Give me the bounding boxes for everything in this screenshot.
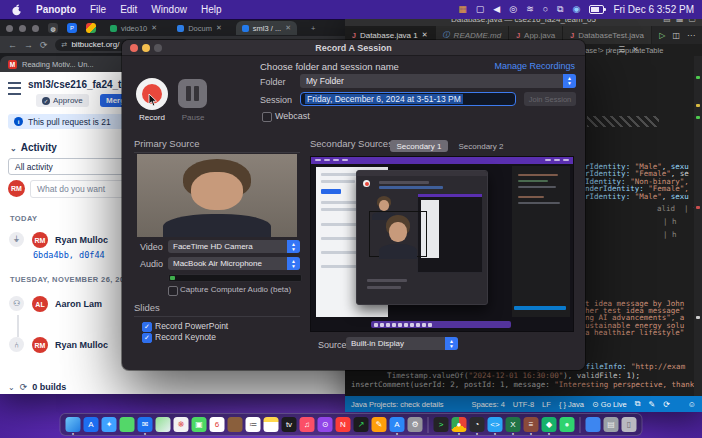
- pinned-tab-panopto-icon[interactable]: P: [67, 23, 77, 33]
- back-icon[interactable]: ←: [8, 40, 17, 50]
- mail[interactable]: ✉ ●: [138, 417, 153, 432]
- tab-video10[interactable]: video10 ✕: [104, 21, 163, 35]
- list-icon[interactable]: ☰: [619, 45, 626, 54]
- more-actions-icon[interactable]: ⋯: [687, 31, 695, 40]
- tab-close-icon[interactable]: ✕: [216, 24, 222, 32]
- menu-file[interactable]: File: [90, 4, 106, 15]
- hamburger-menu-icon[interactable]: [8, 82, 21, 95]
- notes[interactable]: [264, 417, 279, 432]
- session-name-input[interactable]: Friday, December 6, 2024 at 3-51-13 PM: [300, 92, 516, 106]
- video-source-dropdown[interactable]: FaceTime HD Camera ▲▼: [168, 240, 300, 253]
- green-app[interactable]: ●: [560, 417, 575, 432]
- menu-app-name[interactable]: Panopto: [36, 4, 76, 15]
- pencil-app[interactable]: ✎: [372, 417, 387, 432]
- news[interactable]: N: [336, 417, 351, 432]
- safari[interactable]: ✦: [102, 417, 117, 432]
- volume-icon[interactable]: ◀: [493, 5, 500, 14]
- downloads-folder[interactable]: [586, 417, 601, 432]
- messages[interactable]: [120, 417, 135, 432]
- forward-icon[interactable]: →: [24, 40, 33, 50]
- feed-author[interactable]: Ryan Mulloc: [55, 235, 108, 245]
- dialog-close-button[interactable]: [130, 44, 138, 52]
- tab-bitbucket-active[interactable]: sml3 / ... ✕: [236, 21, 297, 35]
- capture-computer-audio-checkbox[interactable]: [168, 286, 178, 296]
- tab-close-icon[interactable]: ✕: [422, 31, 428, 39]
- podcasts[interactable]: ⊙: [318, 417, 333, 432]
- excel[interactable]: X ●: [506, 417, 521, 432]
- folder-dropdown[interactable]: My Folder ▲▼: [300, 74, 576, 88]
- chrome[interactable]: ● ●: [452, 417, 467, 432]
- terminal[interactable]: >: [434, 417, 449, 432]
- language-status[interactable]: { } Java: [559, 400, 584, 409]
- record-powerpoint-checkbox[interactable]: ✓: [142, 322, 152, 332]
- panopto-green[interactable]: ◆ ●: [542, 417, 557, 432]
- encoding-status[interactable]: UTF-8: [513, 400, 534, 409]
- tab-secondary-2[interactable]: Secondary 2: [452, 140, 510, 152]
- activity-filter-select[interactable]: All activity: [8, 158, 132, 175]
- menu-window[interactable]: Window: [151, 4, 187, 15]
- feed-author[interactable]: Ryan Mulloc: [55, 340, 108, 350]
- apple-menu-icon[interactable]: [12, 4, 22, 16]
- dialog-minimize-button[interactable]: [142, 44, 150, 52]
- window-zoom-button[interactable]: [32, 25, 39, 32]
- approve-button[interactable]: ✓ Approve: [36, 94, 89, 107]
- webcast-checkbox[interactable]: [262, 112, 272, 122]
- activity-section-header[interactable]: ⌄Activity: [10, 142, 57, 153]
- app-store-blue[interactable]: A: [84, 417, 99, 432]
- run-icon[interactable]: ▷: [659, 31, 665, 40]
- arrow-down-icon[interactable]: ↓: [608, 45, 612, 54]
- pinned-tab-icon[interactable]: ◍: [48, 23, 58, 33]
- wifi-icon[interactable]: ≋: [526, 5, 534, 14]
- background-window-tab[interactable]: M Reading Motiv... Un...: [0, 56, 140, 72]
- document-stack[interactable]: ▤: [604, 417, 619, 432]
- spotlight-icon[interactable]: ○: [543, 5, 548, 14]
- arrow-up-icon[interactable]: ↑: [597, 45, 601, 54]
- reload-icon[interactable]: ⟳: [40, 40, 48, 50]
- record-keynote-checkbox[interactable]: ✓: [142, 333, 152, 343]
- commit-links[interactable]: 6bda4bb, d0f44: [33, 250, 105, 260]
- golive-button[interactable]: ⊙ Go Live: [592, 400, 627, 409]
- system-settings[interactable]: ⚙: [408, 417, 423, 432]
- reminders[interactable]: ≔: [246, 417, 261, 432]
- close-icon[interactable]: ✕: [632, 45, 638, 54]
- new-tab-button[interactable]: +: [305, 21, 321, 35]
- control-center-icon[interactable]: ⧉: [557, 5, 563, 14]
- app-store[interactable]: A ●: [390, 417, 405, 432]
- split-editor-icon[interactable]: ◫: [672, 31, 680, 40]
- manage-recordings-link[interactable]: Manage Recordings: [494, 61, 575, 71]
- tab-secondary-1[interactable]: Secondary 1: [390, 140, 448, 152]
- eol-status[interactable]: LF: [542, 400, 551, 409]
- tab-close-icon[interactable]: ✕: [285, 24, 291, 32]
- photos[interactable]: ❋: [174, 417, 189, 432]
- dialog-zoom-button[interactable]: [154, 44, 162, 52]
- menu-help[interactable]: Help: [201, 4, 222, 15]
- window-minimize-button[interactable]: [19, 25, 26, 32]
- apple-tv[interactable]: tv: [282, 417, 297, 432]
- pinned-tab-google-icon[interactable]: [86, 23, 96, 33]
- feedback-icon[interactable]: ✎: [648, 400, 655, 409]
- trash[interactable]: ▯: [622, 417, 637, 432]
- join-session-button[interactable]: Join Session: [524, 92, 576, 106]
- music[interactable]: ♫: [300, 417, 315, 432]
- stocks[interactable]: ↗: [354, 417, 369, 432]
- java-projects-status[interactable]: Java Projects: check details: [351, 400, 444, 409]
- display-mirroring-icon[interactable]: ▢: [476, 5, 485, 14]
- builds-row[interactable]: ⌄ ⟳ 0 builds: [8, 382, 66, 392]
- calendar[interactable]: 6: [210, 417, 225, 432]
- clock-recorder[interactable]: ◔ ●: [470, 417, 485, 432]
- display-source-dropdown[interactable]: Built-in Display ▲▼: [346, 337, 458, 350]
- folder-utilities[interactable]: [228, 417, 243, 432]
- database-tool[interactable]: ≡ ●: [524, 417, 539, 432]
- layout-status-icon[interactable]: ⧉: [635, 399, 641, 409]
- audio-source-dropdown[interactable]: MacBook Air Microphone ▲▼: [168, 257, 300, 270]
- siri-icon[interactable]: ◉: [573, 5, 581, 14]
- maps[interactable]: [156, 417, 171, 432]
- pause-button[interactable]: [178, 79, 207, 108]
- indent-status[interactable]: Spaces: 4: [472, 400, 505, 409]
- vscode[interactable]: <> ●: [488, 417, 503, 432]
- smiley-icon[interactable]: ☺: [688, 400, 696, 409]
- tab-document[interactable]: Docum ✕: [171, 21, 228, 35]
- menu-edit[interactable]: Edit: [120, 4, 137, 15]
- sync-icon[interactable]: ⟳: [663, 400, 670, 409]
- facetime[interactable]: ▣: [192, 417, 207, 432]
